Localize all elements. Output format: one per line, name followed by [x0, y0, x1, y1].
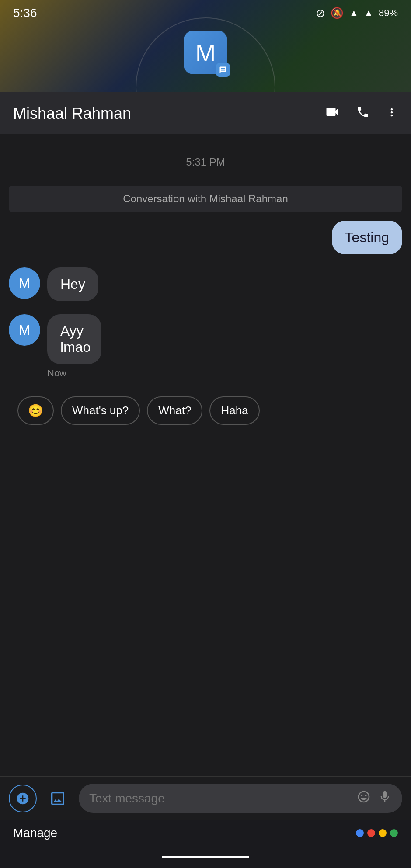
network-icon: ▲ [364, 7, 373, 19]
conversation-banner: Conversation with Mishaal Rahman [9, 186, 402, 212]
message-time-ayylmao: Now [47, 368, 131, 379]
message-bubble-hey: Hey [47, 267, 98, 301]
voice-input-icon[interactable] [378, 790, 392, 807]
message-text-hey: Hey [60, 276, 85, 292]
bottom-bar: Manage [0, 820, 411, 846]
attach-button[interactable] [44, 785, 72, 812]
quick-reply-whatsup[interactable]: What's up? [61, 396, 140, 425]
google-dot-green [390, 829, 398, 837]
message-timestamp: 5:31 PM [9, 156, 402, 168]
mute-icon: 🔕 [331, 7, 344, 19]
emoji-picker-icon[interactable] [357, 790, 371, 807]
google-dot-blue [356, 829, 364, 837]
chat-header: Mishaal Rahman [0, 92, 411, 134]
message-bubble-sent: Testing [332, 221, 402, 254]
manage-button[interactable]: Manage [13, 826, 57, 840]
phone-call-icon[interactable] [356, 105, 370, 122]
quick-replies: 😊 What's up? What? Haha [9, 392, 402, 434]
quick-reply-haha[interactable]: Haha [209, 396, 259, 425]
quick-reply-what[interactable]: What? [147, 396, 202, 425]
signal-icon: ▲ [349, 7, 359, 19]
do-not-disturb-icon: ⊘ [316, 7, 325, 20]
message-text-testing: Testing [345, 229, 389, 245]
google-assistant[interactable] [356, 829, 398, 837]
text-input-container [79, 784, 402, 813]
status-time: 5:36 [13, 6, 37, 20]
message-bubble-ayylmao: Ayy lmao [47, 314, 101, 364]
chat-messages: 5:31 PM Conversation with Mishaal Rahman… [0, 134, 411, 776]
message-text-ayylmao: Ayy lmao [60, 323, 91, 355]
input-area [0, 776, 411, 820]
more-options-icon[interactable] [386, 106, 398, 122]
app-icon-badge [216, 63, 230, 77]
add-button[interactable] [9, 785, 37, 812]
status-icons: ⊘ 🔕 ▲ ▲ 89% [316, 7, 398, 20]
message-sent-testing: Testing [9, 221, 402, 254]
messages-app-icon[interactable]: M [184, 31, 227, 74]
avatar-letter-ayylmao: M [19, 322, 31, 338]
message-received-hey: M Hey [9, 267, 402, 301]
home-bar [162, 856, 249, 858]
avatar-letter-hey: M [19, 275, 31, 292]
status-bar: 5:36 ⊘ 🔕 ▲ ▲ 89% [0, 0, 411, 26]
google-dot-yellow [379, 829, 387, 837]
video-call-icon[interactable] [324, 104, 340, 123]
avatar-ayylmao: M [9, 314, 40, 346]
app-icon-letter: M [195, 38, 216, 67]
chat-panel: Mishaal Rahman 5:31 PM Conversa [0, 92, 411, 868]
google-dot-red [367, 829, 375, 837]
message-received-ayylmao: M Ayy lmao Now [9, 314, 402, 379]
chat-title: Mishaal Rahman [13, 104, 131, 123]
app-icon-area: M [184, 31, 227, 74]
text-message-input[interactable] [89, 792, 350, 806]
battery-text: 89% [379, 7, 398, 19]
avatar-hey: M [9, 267, 40, 299]
chat-header-icons [324, 104, 398, 123]
emoji-icon: 😊 [28, 404, 43, 417]
quick-reply-emoji-button[interactable]: 😊 [17, 396, 54, 425]
home-indicator[interactable] [0, 846, 411, 868]
